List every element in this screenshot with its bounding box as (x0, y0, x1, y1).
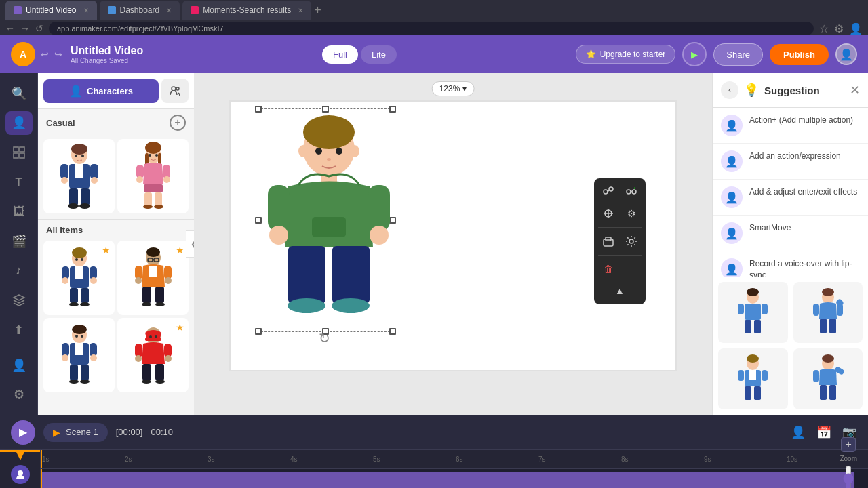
sidebar-item-photo[interactable]: 🖼 (5, 200, 33, 224)
sidebar-item-shapes[interactable] (5, 140, 33, 165)
char-item-6[interactable]: ★ (117, 318, 189, 392)
char-item-4[interactable]: ★ (117, 241, 189, 315)
right-char-3[interactable] (718, 348, 788, 409)
right-char-1[interactable] (718, 282, 788, 343)
characters-tab[interactable]: 👤 Characters (43, 79, 159, 103)
share-button[interactable]: Share (713, 43, 763, 66)
svg-rect-133 (835, 298, 844, 306)
ft-delete-button[interactable]: 🗑 (598, 260, 618, 279)
svg-rect-139 (754, 386, 761, 400)
sidebar-item-search[interactable]: 🔍 (5, 81, 33, 106)
handle-mr[interactable] (389, 217, 396, 224)
rotate-handle[interactable]: ↻ (319, 330, 330, 346)
suggestion-title: Suggestion (764, 85, 844, 96)
tab-close-icon[interactable]: ✕ (83, 7, 89, 14)
forward-button[interactable]: → (20, 23, 30, 34)
tab-untitled-video[interactable]: Untitled Video ✕ (5, 1, 97, 20)
account-icon[interactable]: 👤 (849, 22, 863, 35)
ft-settings-button[interactable]: ⚙ (621, 204, 642, 223)
right-chars-grid (713, 277, 868, 415)
timeline-play-button[interactable]: ▶ (11, 420, 35, 445)
preview-play-button[interactable]: ▶ (682, 42, 707, 66)
svg-point-121 (747, 288, 759, 296)
ft-add-button[interactable]: + (621, 182, 642, 201)
sidebar-item-music[interactable]: ♪ (5, 259, 33, 283)
tab-dashboard[interactable]: Dashboard ✕ (100, 1, 180, 20)
svg-rect-10 (69, 188, 78, 205)
sidebar-item-characters[interactable]: 👤 (5, 111, 33, 136)
panel-collapse-button[interactable]: ❮ (186, 230, 194, 258)
all-items-section: All Items (38, 222, 194, 238)
redo-button[interactable]: ↪ (54, 49, 62, 60)
user-avatar[interactable]: 👤 (835, 43, 857, 65)
suggestion-item-1[interactable]: 👤 Action+ (Add multiple action) (713, 108, 868, 144)
casual-add-button[interactable]: + (170, 115, 186, 131)
reload-button[interactable]: ↺ (35, 23, 43, 34)
suggestion-item-5[interactable]: 👤 Record a voice-over with lip-sync (713, 251, 868, 277)
sidebar-item-upload[interactable]: ⬆ (5, 318, 33, 342)
tab-close-3-icon[interactable]: ✕ (298, 7, 303, 14)
svg-point-92 (350, 145, 359, 157)
new-tab-button[interactable]: + (314, 3, 321, 18)
timeline-character-icon[interactable]: 👤 (791, 425, 806, 440)
lite-view-button[interactable]: Lite (361, 45, 397, 64)
svg-point-19 (81, 155, 84, 157)
ft-gear-button[interactable] (621, 232, 642, 251)
sidebar-item-user[interactable]: 👤 (5, 353, 33, 378)
char-item-2[interactable] (117, 139, 189, 214)
app-logo[interactable]: A (11, 42, 35, 66)
char-item-1[interactable] (43, 139, 115, 214)
suggestion-item-2[interactable]: 👤 Add an action/expression (713, 144, 868, 180)
panel-tab2[interactable] (161, 79, 189, 103)
ft-position-button[interactable] (598, 204, 618, 223)
undo-button[interactable]: ↩ (41, 49, 49, 60)
track-char-avatar[interactable] (11, 465, 30, 484)
scene-button[interactable]: ▶ Scene 1 (43, 423, 108, 442)
address-bar[interactable]: app.animaker.com/editproject/ZfVBYpIoqMC… (49, 22, 814, 35)
handle-bl[interactable] (255, 328, 262, 335)
tab-moments[interactable]: Moments-Search results ✕ (182, 1, 311, 20)
timeline-calendar-icon[interactable]: 📅 (816, 425, 831, 440)
ft-action-button[interactable] (598, 182, 618, 201)
casual-section: Casual + (38, 109, 194, 136)
upgrade-button[interactable]: ⭐ Upgrade to starter (576, 45, 676, 64)
suggestion-icon-2: 👤 (721, 150, 743, 172)
track-bar[interactable] (41, 472, 854, 488)
app-title: Untitled Video (71, 45, 143, 57)
suggestion-close-button[interactable]: ✕ (850, 83, 860, 98)
handle-tr[interactable] (389, 106, 396, 113)
handle-tl[interactable] (255, 106, 262, 113)
full-view-button[interactable]: Full (322, 45, 358, 64)
float-toolbar: + ⚙ 🗑 ▲ (594, 178, 646, 304)
suggestion-back-button[interactable]: ‹ (721, 81, 738, 99)
sidebar-item-settings[interactable]: ⚙ (5, 382, 33, 407)
characters-panel: 👤 Characters Casual + (38, 73, 194, 415)
extensions-icon[interactable]: ⚙ (834, 22, 844, 35)
right-char-4[interactable] (793, 348, 863, 409)
svg-point-87 (149, 336, 152, 338)
svg-point-128 (822, 288, 834, 296)
back-button[interactable]: ← (5, 23, 15, 34)
ft-collapse-button[interactable]: ▲ (610, 281, 630, 300)
zoom-indicator[interactable]: 123% ▾ (432, 81, 475, 96)
handle-ml[interactable] (255, 217, 262, 224)
zoom-slider[interactable] (843, 465, 854, 488)
main-character[interactable] (268, 112, 390, 318)
header-right: ⭐ Upgrade to starter ▶ Share Publish 👤 (576, 42, 857, 66)
tab-close-2-icon[interactable]: ✕ (166, 7, 172, 14)
zoom-dropdown-icon: ▾ (462, 84, 467, 94)
right-char-2[interactable] (793, 282, 863, 343)
suggestion-item-3[interactable]: 👤 Add & adjust enter/exit effects (713, 180, 868, 216)
handle-br[interactable] (389, 328, 396, 335)
sidebar-item-video[interactable]: 🎬 (5, 229, 33, 253)
zoom-in-button[interactable]: + (841, 437, 856, 452)
svg-point-148 (18, 470, 23, 476)
bookmark-icon[interactable]: ☆ (819, 22, 829, 35)
suggestion-item-4[interactable]: 👤 SmartMove (713, 216, 868, 251)
sidebar-item-layers[interactable] (5, 288, 33, 312)
publish-button[interactable]: Publish (770, 44, 829, 65)
sidebar-item-text[interactable]: T (5, 170, 33, 195)
char-item-5[interactable] (43, 318, 115, 392)
ft-effects-button[interactable] (598, 232, 618, 251)
char-item-3[interactable]: ★ (43, 241, 115, 315)
